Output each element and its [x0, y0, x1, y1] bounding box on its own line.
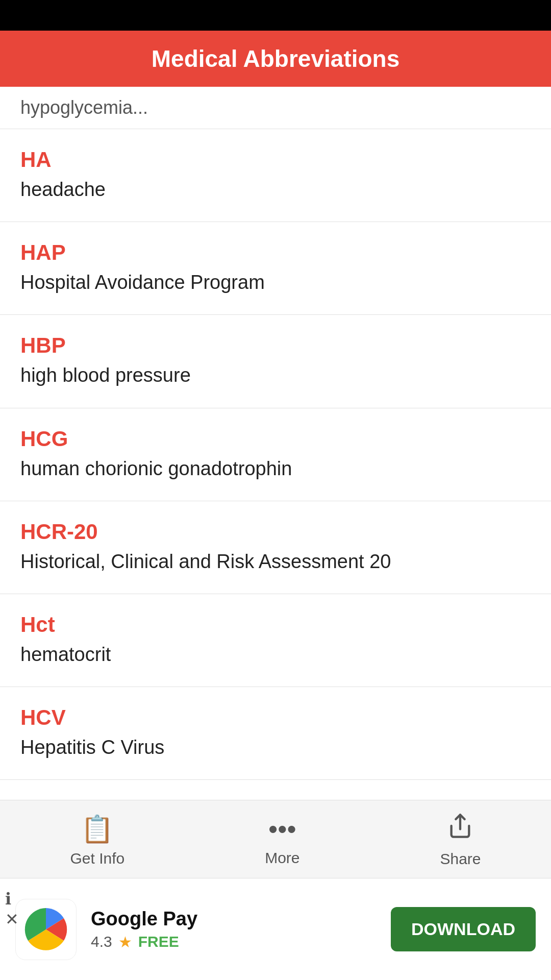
bottom-toolbar: 📋 Get Info ••• More Share: [0, 800, 551, 878]
ad-banner: ℹ ✕ Google Pay 4.3 ★ FREE DOWNLOAD: [0, 878, 551, 980]
clipboard-icon: 📋: [81, 814, 114, 845]
abbr-code: HCV: [20, 705, 531, 730]
ad-meta: 4.3 ★ FREE: [91, 933, 377, 951]
abbr-definition: human chorionic gonadotrophin: [20, 455, 531, 482]
list-item[interactable]: HCG human chorionic gonadotrophin: [0, 408, 551, 501]
ad-app-name: Google Pay: [91, 908, 377, 930]
app-header: Medical Abbreviations: [0, 31, 551, 87]
info-icon[interactable]: ℹ: [5, 889, 11, 909]
abbr-code: HBP: [20, 333, 531, 358]
download-button[interactable]: DOWNLOAD: [391, 907, 536, 951]
partial-list-item: hypoglycemia...: [0, 87, 551, 129]
close-icon[interactable]: ✕: [5, 910, 19, 929]
more-button[interactable]: ••• More: [265, 814, 299, 867]
abbr-code: Hct: [20, 612, 531, 637]
page-title: Medical Abbreviations: [152, 45, 400, 72]
star-icon: ★: [118, 933, 132, 951]
abbr-definition: headache: [20, 176, 531, 203]
abbr-code: HCR-20: [20, 520, 531, 544]
abbr-definition: hematocrit: [20, 641, 531, 668]
abbr-definition: Historical, Clinical and Risk Assessment…: [20, 548, 531, 575]
abbr-code: HA: [20, 148, 531, 172]
abbr-definition: high blood pressure: [20, 362, 531, 389]
share-label: Share: [440, 850, 481, 868]
list-item[interactable]: HAP Hospital Avoidance Program: [0, 222, 551, 315]
list-item[interactable]: Hct hematocrit: [0, 594, 551, 687]
ad-app-icon: [15, 899, 77, 960]
more-icon: •••: [268, 814, 296, 844]
list-item[interactable]: HA headache: [0, 129, 551, 222]
share-icon: [447, 813, 473, 845]
ad-price: FREE: [138, 933, 179, 950]
ad-text: Google Pay 4.3 ★ FREE: [91, 908, 377, 951]
share-button[interactable]: Share: [440, 813, 481, 868]
get-info-button[interactable]: 📋 Get Info: [70, 814, 124, 867]
more-label: More: [265, 849, 299, 867]
ad-rating: 4.3: [91, 933, 112, 950]
get-info-label: Get Info: [70, 850, 124, 867]
abbr-code: HAP: [20, 240, 531, 265]
status-bar: [0, 0, 551, 31]
abbr-definition: Hepatitis C Virus: [20, 734, 531, 761]
list-item[interactable]: HCV Hepatitis C Virus: [0, 687, 551, 780]
list-item[interactable]: HBP high blood pressure: [0, 315, 551, 408]
abbr-definition: Hospital Avoidance Program: [20, 269, 531, 296]
abbreviations-list: HA headache HAP Hospital Avoidance Progr…: [0, 129, 551, 838]
list-item[interactable]: HCR-20 Historical, Clinical and Risk Ass…: [0, 501, 551, 594]
abbr-code: HCG: [20, 427, 531, 451]
